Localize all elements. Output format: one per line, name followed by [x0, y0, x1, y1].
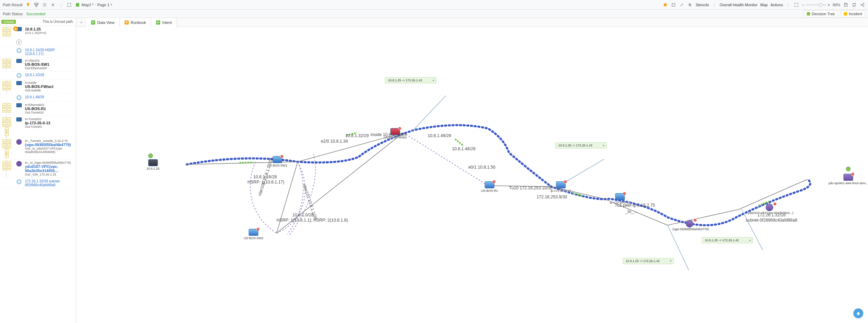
- hop-item[interactable]: 10.8.1.16/28 HSRP: 1(10.8.1.17): [0, 47, 76, 57]
- hop-item[interactable]: 2: [0, 38, 76, 47]
- intent-icon: N: [156, 20, 160, 25]
- strip-icon[interactable]: ▸: [7, 161, 11, 165]
- chevron-down-icon[interactable]: ▾: [603, 144, 604, 147]
- zoom-in-icon[interactable]: +: [828, 3, 830, 7]
- chevron-down-icon[interactable]: ▾: [749, 239, 751, 242]
- callout-4[interactable]: 10.8.1.25 -> 172.26.1.42▾: [702, 237, 753, 243]
- strip-icon[interactable]: ▸: [2, 144, 6, 149]
- hop-item[interactable]: 10.8.1.32/29: [0, 72, 76, 80]
- refresh-icon[interactable]: [851, 2, 857, 8]
- map-button[interactable]: Map: [760, 3, 768, 7]
- zoom-out-icon[interactable]: −: [802, 3, 804, 7]
- zoom-slider[interactable]: − +: [802, 3, 830, 7]
- hop-item[interactable]: 10.8.1.48/29: [0, 94, 76, 102]
- strip-icon[interactable]: ▸: [7, 86, 11, 90]
- strip-icon[interactable]: ▸: [7, 81, 11, 86]
- close-icon[interactable]: [50, 2, 56, 8]
- tab-runbook[interactable]: RRunbook: [120, 18, 151, 27]
- square-outline-icon[interactable]: [671, 2, 676, 8]
- callout-2[interactable]: 10.8.1.25 -> 172.26.1.42▾: [555, 142, 606, 149]
- hop-item[interactable]: ▸▸▸▸VPNIn:Tunnel10ip-172-26-0-13Out:Tunn…: [0, 116, 76, 138]
- strip-icon[interactable]: ▸: [2, 139, 6, 144]
- strip-icon[interactable]: ▸: [2, 166, 6, 170]
- strip-icon[interactable]: ▸: [7, 108, 11, 113]
- chevron-down-icon[interactable]: ▾: [111, 3, 112, 6]
- decision-tree-button[interactable]: Decision Tree: [804, 10, 838, 17]
- strip-icon[interactable]: ▸: [7, 166, 11, 170]
- strip-icon[interactable]: ▸: [2, 117, 6, 122]
- hop-out: Out:_to_ydu0107-VPC(vpc-00a3b35e31405669…: [25, 147, 74, 154]
- link-label: 10.8.1.0/28: [292, 213, 314, 217]
- node-vgw[interactable]: + (vgw-09365f55baf4b4779): [672, 220, 709, 231]
- stencils-button[interactable]: Stencils: [696, 3, 709, 7]
- hop-item[interactable]: ▸▸▸▸A10.8.1.2510.8.1.25(IPv4): [0, 26, 76, 38]
- help-fab[interactable]: ☻: [853, 308, 863, 318]
- strip-icon[interactable]: ▸: [2, 32, 6, 36]
- page-name[interactable]: Page 1: [97, 3, 109, 7]
- strip-icon[interactable]: ▸: [2, 81, 6, 86]
- strip-icon[interactable]: ▸: [2, 27, 6, 32]
- hierarchy-icon[interactable]: [34, 2, 39, 8]
- strip-icon[interactable]: ▸: [7, 144, 11, 149]
- node-source[interactable]: 10.8.1.25: [146, 159, 160, 170]
- strip-icon[interactable]: ▸: [7, 64, 11, 68]
- strip-icon[interactable]: ▸: [2, 122, 6, 127]
- strip-icon[interactable]: ▸: [2, 86, 6, 90]
- chevron-down-icon[interactable]: ▾: [433, 79, 434, 82]
- callout-1[interactable]: 10.8.1.25 -> 172.26.1.42▾: [385, 77, 436, 83]
- node-dst[interactable]: + ydu-spoke1-aws-linux-serv...: [829, 174, 868, 185]
- hop-badge-a: A: [13, 26, 18, 31]
- node-ip172[interactable]: + ip-172-26-0-13: [551, 181, 571, 192]
- strip-icon[interactable]: ▸: [7, 103, 11, 108]
- callout-3[interactable]: 10.8.1.25 -> 172.26.1.42▾: [623, 258, 674, 264]
- chevron-down-icon[interactable]: ▾: [670, 259, 671, 262]
- strip-icon[interactable]: ▸: [7, 139, 11, 144]
- node-sw2[interactable]: + US-BOS-SW2: [244, 229, 263, 240]
- tab-intent[interactable]: NIntent: [151, 18, 177, 27]
- unicast-banner: Unicast This is Unicast path.: [0, 18, 76, 26]
- collapse-tabs-icon[interactable]: «: [78, 20, 85, 24]
- actions-button[interactable]: Actions: [770, 3, 783, 7]
- fit-icon[interactable]: [794, 2, 799, 8]
- hop-item[interactable]: ▸▸▸▸In:Vlan101US-BOS-SW1Out:Ethernet2/0: [0, 57, 76, 72]
- node-vpc[interactable]: + ydu0107-VPC(vpc-00a3b35e3...): [748, 204, 794, 215]
- strip-icon[interactable]: ▸: [2, 161, 6, 165]
- bolt-icon[interactable]: [687, 2, 693, 8]
- hop-item[interactable]: 172.26.1.32/28 subnet-0f28968c40afd88a8: [0, 178, 76, 189]
- node-fw[interactable]: + US-BOS-FW/act: [384, 128, 407, 139]
- hop-device-icon: [15, 179, 24, 184]
- hop-device-icon: [15, 59, 24, 63]
- incident-button[interactable]: Incident: [841, 10, 865, 17]
- strip-icon[interactable]: ▸: [7, 122, 11, 127]
- link-label: 172.16.253.9/30: [536, 195, 567, 199]
- node-ip172b[interactable]: + ip-172-26-0-13: [610, 193, 630, 204]
- strip-icon[interactable]: ▸: [7, 117, 11, 122]
- location-icon[interactable]: [25, 2, 31, 8]
- ohm-button[interactable]: Overall Health Monitor: [720, 3, 757, 7]
- diagonal-icon[interactable]: [679, 2, 685, 8]
- hop-item[interactable]: ▸▸▸▸In:insideUS-BOS-FW/actOut:outside: [0, 80, 76, 94]
- node-sw1[interactable]: + US-BOS-SW1: [268, 156, 287, 167]
- share-icon[interactable]: [860, 2, 865, 8]
- tab-data-view[interactable]: DData View: [86, 18, 120, 27]
- hop-item[interactable]: ▸▸▸▸VPNIn:_Tunnel1_outside_3.16.2.75(vgw…: [0, 138, 76, 160]
- strip-icon[interactable]: ▸: [7, 27, 11, 32]
- node-r1[interactable]: + US-BOS-R1: [481, 181, 498, 192]
- strip-icon[interactable]: ▸: [2, 108, 6, 113]
- strip-icon[interactable]: ▸: [7, 32, 11, 36]
- alert-icon: +: [851, 172, 855, 176]
- save-icon[interactable]: [843, 2, 849, 8]
- hop-item[interactable]: ▸▸▸▸In:Ethernet0/1US-BOS-R1Out:Tunnel10: [0, 102, 76, 116]
- hop-item[interactable]: ▸▸▸▸In:_to_(vgw-09365f55baf4b4779)ydu010…: [0, 160, 76, 178]
- strip-icon[interactable]: ▸: [2, 64, 6, 68]
- strip-icon[interactable]: ▸: [7, 59, 11, 63]
- square-orange-icon[interactable]: [662, 2, 668, 8]
- map-name[interactable]: Map2 *: [82, 3, 94, 7]
- link-label: e0/1 10.8.1.50: [468, 165, 495, 170]
- strip-icon[interactable]: ▸: [2, 59, 6, 63]
- topology-canvas[interactable]: 10.8.1.16/28 HSRP: 1(10.8.1.17) e2/0 10.…: [76, 27, 868, 323]
- expand-icon[interactable]: [66, 2, 72, 8]
- list-icon[interactable]: [42, 2, 47, 8]
- hop-name: 10.8.1.25: [25, 27, 74, 31]
- strip-icon[interactable]: ▸: [2, 103, 6, 108]
